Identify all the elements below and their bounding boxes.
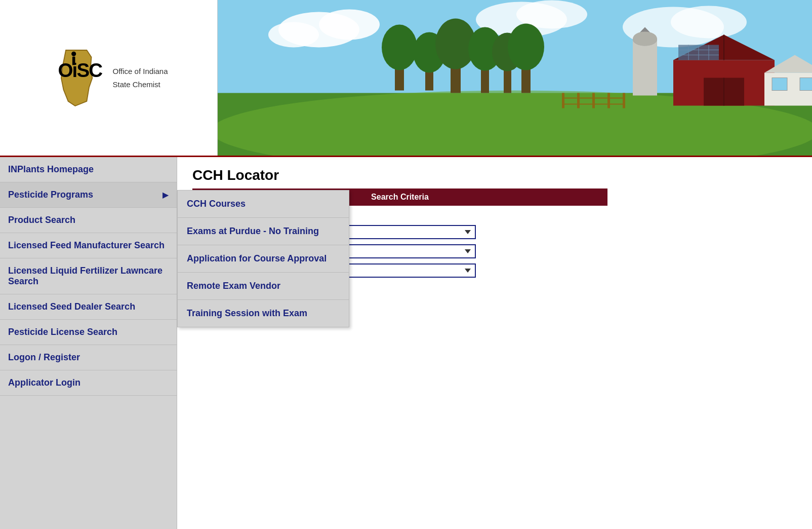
sidebar-item-logon-register[interactable]: Logon / Register <box>0 345 177 370</box>
logo-content: OiSC Office of Indiana State Chemist <box>50 45 168 111</box>
sidebar-item-applicator-login[interactable]: Applicator Login <box>0 370 177 396</box>
svg-text:OiSC: OiSC <box>58 59 102 81</box>
sidebar-item-pesticide-programs[interactable]: Pesticide Programs ▶ <box>0 182 177 208</box>
dropdown-item-remote-exam-vendor[interactable]: Remote Exam Vendor <box>178 273 349 300</box>
svg-point-15 <box>382 25 417 70</box>
oisc-logo-icon: OiSC <box>50 45 105 111</box>
svg-point-29 <box>633 32 657 46</box>
svg-point-11 <box>671 6 747 39</box>
dropdown-item-training-session-exam[interactable]: Training Session with Exam <box>178 300 349 327</box>
svg-rect-38 <box>800 78 812 91</box>
pesticide-programs-dropdown: CCH Courses Exams at Purdue - No Trainin… <box>177 190 349 327</box>
logo-section: OiSC Office of Indiana State Chemist <box>0 0 218 156</box>
svg-rect-45 <box>562 93 564 108</box>
sidebar-item-pesticide-license[interactable]: Pesticide License Search <box>0 320 177 345</box>
farm-scene-svg <box>218 0 812 156</box>
org-name-line2: State Chemist <box>113 78 168 91</box>
svg-point-25 <box>508 24 544 70</box>
sidebar-item-licensed-liquid-fertilizer[interactable]: Licensed Liquid Fertilizer Lawncare Sear… <box>0 258 177 294</box>
logo-text-block: Office of Indiana State Chemist <box>113 65 168 91</box>
page-title: CCH Locator <box>192 167 797 183</box>
svg-rect-37 <box>772 78 787 91</box>
svg-point-6 <box>319 10 380 40</box>
sidebar-item-product-search[interactable]: Product Search <box>0 208 177 233</box>
header-farm-image <box>218 0 812 156</box>
header: OiSC Office of Indiana State Chemist <box>0 0 812 157</box>
sidebar-item-licensed-seed-dealer[interactable]: Licensed Seed Dealer Search <box>0 294 177 320</box>
main-container: INPlants Homepage Pesticide Programs ▶ P… <box>0 157 812 529</box>
svg-rect-3 <box>72 56 75 64</box>
org-name-line1: Office of Indiana <box>113 65 168 78</box>
sidebar-item-licensed-feed-manufacturer[interactable]: Licensed Feed Manufacturer Search <box>0 233 177 258</box>
dropdown-item-exams-at-purdue[interactable]: Exams at Purdue - No Training <box>178 218 349 245</box>
svg-rect-47 <box>592 93 595 108</box>
svg-point-2 <box>71 51 76 56</box>
dropdown-item-application-course-approval[interactable]: Application for Course Approval <box>178 245 349 273</box>
pesticide-programs-arrow-icon: ▶ <box>163 190 169 200</box>
svg-rect-48 <box>607 93 610 108</box>
svg-point-7 <box>268 22 319 48</box>
svg-rect-49 <box>623 93 625 108</box>
sidebar: INPlants Homepage Pesticide Programs ▶ P… <box>0 157 177 529</box>
dropdown-item-cch-courses[interactable]: CCH Courses <box>178 191 349 218</box>
svg-rect-26 <box>633 40 657 96</box>
svg-rect-46 <box>577 93 580 108</box>
sidebar-item-inplants-homepage[interactable]: INPlants Homepage <box>0 157 177 182</box>
